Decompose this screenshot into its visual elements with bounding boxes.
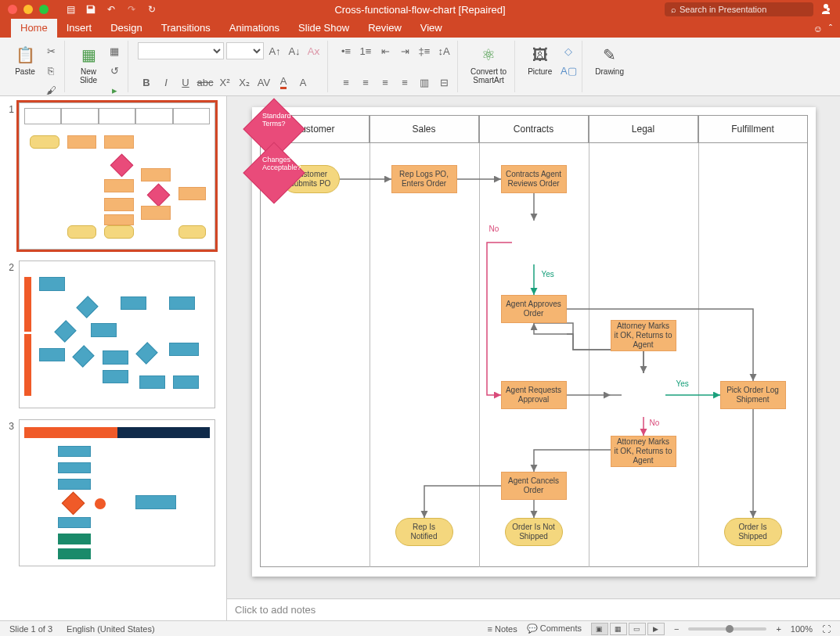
shape-contracts-reviews[interactable]: Contracts Agent Reviews Order (501, 165, 567, 193)
slide-thumbnail-1[interactable] (19, 102, 215, 250)
indent-button[interactable]: ⇥ (396, 42, 413, 59)
highlight-button[interactable]: A (294, 74, 312, 91)
font-color-button[interactable]: A (275, 74, 292, 91)
slide-thumbnail-2[interactable] (19, 261, 215, 408)
smartart-icon: ⚛ (478, 44, 499, 66)
zoom-in-button[interactable]: + (776, 624, 781, 634)
bullets-button[interactable]: •≡ (337, 42, 355, 59)
drawing-button[interactable]: ✎ Drawing (592, 42, 627, 77)
normal-view-button[interactable]: ▣ (591, 623, 608, 635)
font-size-select[interactable] (226, 42, 264, 59)
align-center-button[interactable]: ≡ (357, 74, 374, 91)
shape-attorney-ok2[interactable]: Attorney Marks it OK, Returns to Agent (611, 436, 676, 467)
zoom-level[interactable]: 100% (791, 624, 813, 634)
comments-toggle[interactable]: 💬 Comments (527, 623, 582, 634)
maximize-window-button[interactable] (39, 5, 49, 14)
minimize-window-button[interactable] (23, 5, 33, 14)
search-input[interactable] (680, 5, 807, 14)
sorter-view-button[interactable]: ▦ (610, 623, 627, 635)
slideshow-view-button[interactable]: ▶ (647, 623, 665, 635)
shapes-button[interactable]: ◇ (560, 42, 577, 59)
picture-icon: 🖼 (529, 44, 551, 66)
cut-button[interactable]: ✂ (42, 42, 59, 59)
slide-canvas[interactable]: Customer Sales Contracts Legal Fulfillme… (252, 107, 816, 577)
numbering-button[interactable]: 1≡ (357, 42, 374, 59)
superscript-button[interactable]: X² (216, 74, 233, 91)
shape-attorney-ok1[interactable]: Attorney Marks it OK, Returns to Agent (611, 320, 676, 351)
shape-rep-notified[interactable]: Rep Is Notified (395, 518, 453, 546)
bold-button[interactable]: B (138, 74, 155, 91)
textbox-button[interactable]: A▢ (560, 62, 577, 79)
redo-icon[interactable]: ↷ (125, 3, 138, 16)
reset-button[interactable]: ↺ (106, 62, 123, 79)
align-right-button[interactable]: ≡ (377, 74, 394, 91)
lane-header-contracts[interactable]: Contracts (479, 115, 589, 143)
justify-button[interactable]: ≡ (396, 74, 413, 91)
convert-smartart-button[interactable]: ⚛ Convert to SmartArt (467, 42, 510, 86)
columns-button[interactable]: ▥ (416, 74, 433, 91)
fit-window-button[interactable]: ⛶ (822, 624, 831, 634)
shape-agent-requests[interactable]: Agent Requests Approval (501, 381, 567, 409)
shape-order-shipped[interactable]: Order Is Shipped (724, 518, 782, 546)
undo-icon[interactable]: ↶ (105, 3, 117, 16)
search-box[interactable]: ⌕ (665, 2, 813, 16)
tab-review[interactable]: Review (359, 18, 411, 38)
italic-button[interactable]: I (157, 74, 175, 91)
paragraph-group: •≡ 1≡ ⇤ ⇥ ‡≡ ↕A ≡ ≡ ≡ ≡ ▥ ⊟ (333, 41, 458, 92)
tab-insert[interactable]: Insert (57, 18, 102, 38)
outdent-button[interactable]: ⇤ (377, 42, 394, 59)
close-window-button[interactable] (8, 5, 17, 14)
slide-panel[interactable]: 1 (0, 96, 227, 620)
lane-header-fulfillment[interactable]: Fulfillment (698, 115, 808, 143)
tab-slideshow[interactable]: Slide Show (289, 18, 359, 38)
tab-home[interactable]: Home (11, 18, 57, 38)
notes-toggle[interactable]: ≡ Notes (488, 624, 517, 634)
shape-rep-logs[interactable]: Rep Logs PO, Enters Order (391, 165, 457, 193)
feedback-icon[interactable]: ☺ (813, 23, 823, 34)
slide-counter[interactable]: Slide 1 of 3 (9, 624, 52, 634)
notes-pane[interactable]: Click to add notes (227, 598, 840, 620)
clipboard-icon: 📋 (14, 44, 36, 66)
line-spacing-button[interactable]: ‡≡ (416, 42, 433, 59)
shape-pick-order[interactable]: Pick Order Log Shipment (720, 381, 786, 409)
text-direction-button[interactable]: ↕A (435, 42, 452, 59)
new-slide-button[interactable]: ▦ New Slide (74, 42, 103, 99)
clear-format-button[interactable]: Aⅹ (305, 42, 323, 59)
zoom-out-button[interactable]: − (674, 624, 679, 634)
align-left-button[interactable]: ≡ (337, 74, 355, 91)
tab-transitions[interactable]: Transitions (152, 18, 220, 38)
picture-button[interactable]: 🖼 Picture (525, 42, 555, 79)
strike-button[interactable]: abc (196, 74, 214, 91)
decrease-font-button[interactable]: A↓ (286, 42, 303, 59)
save-icon[interactable] (85, 3, 97, 16)
slide-thumbnail-3[interactable] (19, 419, 215, 566)
tab-design[interactable]: Design (101, 18, 151, 38)
layout-button[interactable]: ▦ (106, 42, 123, 59)
zoom-slider[interactable] (688, 627, 766, 631)
paste-button[interactable]: 📋 Paste (11, 42, 39, 99)
slide-canvas-scroll[interactable]: Customer Sales Contracts Legal Fulfillme… (227, 96, 840, 598)
tab-view[interactable]: View (411, 18, 452, 38)
reading-view-button[interactable]: ▭ (629, 623, 646, 635)
lane-header-legal[interactable]: Legal (589, 115, 698, 143)
autosave-icon[interactable]: ▤ (64, 3, 77, 16)
window-controls (0, 5, 49, 14)
tab-animations[interactable]: Animations (220, 18, 289, 38)
shape-order-not-shipped[interactable]: Order Is Not Shipped (505, 518, 563, 546)
char-spacing-button[interactable]: AV (255, 74, 272, 91)
increase-font-button[interactable]: A↑ (266, 42, 283, 59)
font-name-select[interactable] (138, 42, 224, 59)
language-status[interactable]: English (United States) (67, 624, 155, 634)
shape-agent-approves[interactable]: Agent Approves Order (501, 295, 567, 323)
drawing-group: ✎ Drawing (587, 41, 632, 92)
lane-header-sales[interactable]: Sales (370, 115, 479, 143)
copy-button[interactable]: ⎘ (42, 62, 59, 79)
ribbon-tabs: Home Insert Design Transitions Animation… (0, 19, 840, 38)
share-icon[interactable] (820, 2, 832, 17)
underline-button[interactable]: U (177, 74, 194, 91)
subscript-button[interactable]: X₂ (236, 74, 253, 91)
repeat-icon[interactable]: ↻ (146, 3, 158, 16)
collapse-ribbon-icon[interactable]: ˆ (829, 23, 832, 34)
shape-agent-cancels[interactable]: Agent Cancels Order (501, 472, 567, 500)
align-text-button[interactable]: ⊟ (435, 74, 452, 91)
